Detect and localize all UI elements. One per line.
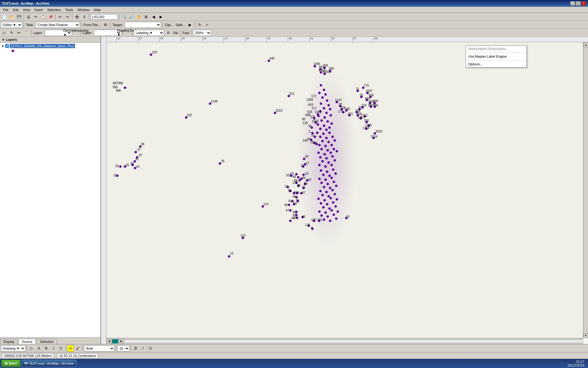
toc-expand-icon[interactable]: ▼ [2,38,5,41]
map-point[interactable] [330,164,333,166]
from-file-button[interactable]: ⚙ [102,21,109,28]
map-point[interactable] [327,141,330,143]
map-point[interactable] [321,140,324,142]
map-point[interactable] [330,197,332,199]
map-point[interactable] [334,172,337,175]
map-point[interactable] [334,193,336,195]
paste-button[interactable]: 📌 [47,13,54,20]
scroll-up-button[interactable]: ▲ [583,42,588,47]
map-point[interactable] [324,165,327,168]
pan-button[interactable]: ✋ [135,13,142,20]
map-point[interactable] [326,183,329,185]
map-point[interactable] [317,197,320,200]
map-point[interactable] [326,171,328,173]
abbreviation-item[interactable]: Abbreviation Dictionaries... [466,46,526,52]
bold-button[interactable]: B [43,345,50,352]
menu-edit[interactable]: Edit [11,7,21,12]
map-point[interactable] [330,151,332,154]
map-point[interactable] [331,136,334,138]
map-point[interactable] [321,160,324,163]
scroll-track-h[interactable] [124,339,583,343]
tab-selection[interactable]: Selection [36,339,57,344]
map-point[interactable] [325,128,328,131]
map-point[interactable] [335,185,337,187]
start-button[interactable]: ⊞ Start [1,360,21,367]
scroll-down-button[interactable]: ▼ [583,333,588,338]
font-family-dropdown[interactable]: Arial [84,345,115,351]
map-point[interactable] [336,150,338,152]
map-point[interactable] [325,137,328,139]
new-button[interactable]: 📄 [1,13,8,20]
labeling-dropdown-btn[interactable]: Labeling ▼ [134,30,164,36]
close-button[interactable]: ✕ [581,1,586,6]
map-point[interactable] [318,178,321,180]
menu-tools[interactable]: Tools [63,7,75,12]
map-point[interactable] [321,194,324,196]
map-point[interactable] [333,181,335,183]
map-point[interactable] [326,99,328,102]
map-point[interactable] [319,136,322,138]
menu-file[interactable]: File [1,7,10,12]
map-point[interactable] [322,132,325,135]
map-point[interactable] [329,187,331,189]
map-point[interactable] [289,220,292,222]
map-point[interactable] [329,220,331,222]
zoom-out-button[interactable]: 🔎 [128,13,135,20]
map-point[interactable] [331,189,334,191]
sketch-tool-button[interactable]: ✏ [16,29,22,36]
full-extent-button[interactable]: ⊞ [143,13,149,20]
map-point[interactable] [332,201,334,204]
cut-button[interactable]: ✂ [32,13,39,20]
scroll-left-button[interactable]: ◀ [107,339,111,344]
map-point[interactable] [324,145,327,147]
prev-extent-button[interactable]: ◀ [150,13,157,20]
map-point[interactable] [337,210,339,213]
expand-arrow[interactable]: ▼ [1,44,4,48]
map-point[interactable] [320,169,322,172]
menu-insert[interactable]: Insert [32,7,45,12]
map-point[interactable] [317,151,320,154]
minimize-button[interactable]: _ [570,1,575,6]
zoom-in-button[interactable]: 🔍 [121,13,127,20]
layer-checkbox[interactable] [5,44,9,48]
map-point[interactable] [317,123,319,126]
fill-color[interactable]: A [67,345,74,352]
bold-btn2[interactable]: B [132,345,139,352]
map-point[interactable] [328,174,331,177]
save-button[interactable]: 💾 [16,13,22,20]
tab-source[interactable]: Source [18,339,36,344]
map-point[interactable] [330,114,332,117]
map-point[interactable] [323,218,325,221]
taskbar-arcmap[interactable]: 🗺 TEST.mxd - ArcMap - ArcView [21,360,77,367]
map-point[interactable] [324,211,327,214]
map-point[interactable] [320,148,323,150]
map-point[interactable] [335,217,337,220]
map-point[interactable] [323,89,325,91]
map-point[interactable] [323,199,326,201]
map-point[interactable] [331,155,334,158]
map-point[interactable] [326,120,329,123]
editor-dropdown[interactable]: Editor ▼ [1,22,22,28]
map-point[interactable] [320,84,322,86]
task-dropdown[interactable]: Create New Feature [36,22,80,28]
italic-button[interactable]: I [50,345,57,352]
map-point[interactable] [320,202,322,205]
map-content[interactable]: 233 445 511 1010 997998 995 996 1148 232… [107,42,583,338]
map-point[interactable] [325,157,328,159]
map-point[interactable] [322,174,325,176]
scale-tool[interactable]: ⤢ [204,21,210,28]
open-button[interactable]: 📂 [8,13,15,20]
label-features[interactable]: A [165,29,172,36]
map-point[interactable] [318,144,321,146]
map-point[interactable] [328,132,331,134]
map-point[interactable] [319,190,322,192]
map-point[interactable] [320,182,323,184]
map-point[interactable] [326,203,328,205]
map-point[interactable] [323,116,326,119]
undo-button[interactable]: ↩ [57,13,63,20]
underline-btn2[interactable]: U [147,345,154,352]
identify-button[interactable]: ℹ [81,13,88,20]
menu-view[interactable]: View [21,7,32,12]
horizontal-scrollbar[interactable]: ◀ ↕ ▶ [107,338,583,344]
options-item[interactable]: Options... [466,61,526,67]
